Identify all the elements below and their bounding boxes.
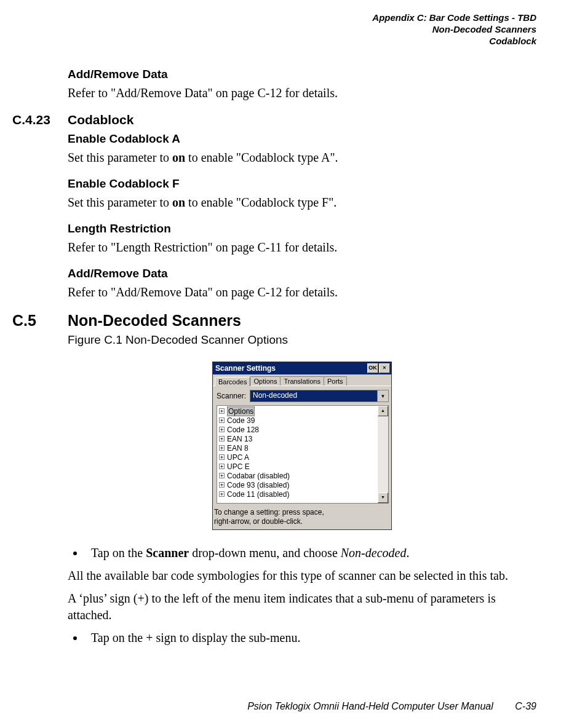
heading-length-restriction: Length Restriction xyxy=(68,222,536,235)
text-bold-on: on xyxy=(172,151,185,164)
text-italic-nondecoded: Non-decoded xyxy=(341,546,407,560)
footer-manual-title: Psion Teklogix Omnii Hand-Held Computer … xyxy=(247,701,493,711)
tree-label: Code 11 (disabled) xyxy=(227,490,289,499)
tree-label: Code 128 xyxy=(227,425,259,434)
hint-text: To change a setting: press space, right-… xyxy=(213,506,391,529)
text-add-remove-data: Refer to "Add/Remove Data" on page C-12 … xyxy=(68,284,536,301)
text-bold-scanner: Scanner xyxy=(146,546,189,560)
list-item: Tap on the Scanner drop-down menu, and c… xyxy=(85,545,536,561)
tree-label: Options xyxy=(227,406,255,416)
running-header: Appendix C: Bar Code Settings - TBD Non-… xyxy=(12,12,536,47)
text-enable-codablock-f: Set this parameter to on to enable "Coda… xyxy=(68,194,536,211)
scanner-row: Scanner: Non-decoded ▼ xyxy=(217,390,389,402)
tree-item-code11[interactable]: +Code 11 (disabled) xyxy=(217,489,378,499)
tree-label: UPC A xyxy=(227,453,249,462)
tree-view: +Options +Code 39 +Code 128 +EAN 13 +EAN… xyxy=(217,405,389,504)
ok-button[interactable]: OK xyxy=(367,363,378,373)
content-area: Add/Remove Data Refer to "Add/Remove Dat… xyxy=(68,68,536,646)
section-c-4-23: C.4.23 Codablock xyxy=(12,113,536,127)
scroll-track[interactable] xyxy=(378,416,388,493)
tree-item-code39[interactable]: +Code 39 xyxy=(217,416,378,425)
header-line-2: Non-Decoded Scanners xyxy=(12,24,536,36)
expand-icon[interactable]: + xyxy=(219,436,225,441)
footer-page-number: C-39 xyxy=(515,701,536,711)
page: Appendix C: Bar Code Settings - TBD Non-… xyxy=(0,0,561,728)
expand-icon[interactable]: + xyxy=(219,491,225,497)
expand-icon[interactable]: + xyxy=(219,427,225,432)
titlebar: Scanner Settings OK × xyxy=(213,362,391,374)
screenshot-scanner-settings: Scanner Settings OK × Barcodes Options T… xyxy=(212,362,392,530)
text-fragment: . xyxy=(406,546,409,560)
expand-icon[interactable]: + xyxy=(219,482,225,488)
expand-icon[interactable]: + xyxy=(219,445,225,451)
tree-item-codabar[interactable]: +Codabar (disabled) xyxy=(217,471,378,480)
section-title: Codablock xyxy=(68,113,133,127)
expand-icon[interactable]: + xyxy=(219,473,225,478)
text-add-remove-top: Refer to "Add/Remove Data" on page C-12 … xyxy=(68,85,536,101)
text-bold-on: on xyxy=(172,196,185,209)
list-item: Tap on the + sign to display the sub-men… xyxy=(85,630,536,646)
scrollbar[interactable]: ▲ ▼ xyxy=(378,406,388,503)
text-fragment: Set this parameter to xyxy=(68,196,172,209)
heading-add-remove-data: Add/Remove Data xyxy=(68,267,536,280)
expand-icon[interactable]: + xyxy=(219,417,225,423)
heading-add-remove-top: Add/Remove Data xyxy=(68,68,536,81)
text-fragment: Set this parameter to xyxy=(68,151,172,164)
text-plus-sign: A ‘plus’ sign (+) to the left of the men… xyxy=(68,590,536,623)
hint-line-2: right-arrow, or double-click. xyxy=(214,517,303,526)
scroll-down-icon[interactable]: ▼ xyxy=(378,493,388,503)
scanner-selected-value: Non-decoded xyxy=(250,390,377,402)
tab-ports[interactable]: Ports xyxy=(324,376,347,386)
chevron-down-icon[interactable]: ▼ xyxy=(377,390,388,402)
tree-item-code93[interactable]: +Code 93 (disabled) xyxy=(217,480,378,489)
header-line-3: Codablock xyxy=(12,36,536,47)
header-line-1: Appendix C: Bar Code Settings - TBD xyxy=(12,12,536,24)
text-fragment: drop-down menu, and choose xyxy=(189,546,341,560)
heading-enable-codablock-a: Enable Codablock A xyxy=(68,132,536,146)
bullet-list-1: Tap on the Scanner drop-down menu, and c… xyxy=(68,545,536,561)
figure-caption: Figure C.1 Non-Decoded Scanner Options xyxy=(68,333,536,347)
tree-label: EAN 8 xyxy=(227,444,249,453)
expand-icon[interactable]: + xyxy=(219,454,225,460)
window-title: Scanner Settings xyxy=(215,364,367,373)
text-fragment: to enable "Codablock type A". xyxy=(185,151,338,164)
tree-list[interactable]: +Options +Code 39 +Code 128 +EAN 13 +EAN… xyxy=(217,406,378,503)
bullet-list-2: Tap on the + sign to display the sub-men… xyxy=(68,630,536,646)
close-button[interactable]: × xyxy=(379,363,390,373)
tab-strip: Barcodes Options Translations Ports xyxy=(213,374,391,386)
text-enable-codablock-a: Set this parameter to on to enable "Coda… xyxy=(68,149,536,166)
tree-item-code128[interactable]: +Code 128 xyxy=(217,425,378,434)
section-number: C.5 xyxy=(12,312,68,330)
tree-label: Code 39 xyxy=(227,416,255,425)
text-length-restriction: Refer to "Length Restriction" on page C-… xyxy=(68,239,536,256)
tab-body: Scanner: Non-decoded ▼ +Options +Code 39… xyxy=(213,386,391,506)
section-c-5: C.5 Non-Decoded Scanners xyxy=(12,312,536,330)
tree-label: Code 93 (disabled) xyxy=(227,481,289,489)
tree-item-options[interactable]: +Options xyxy=(217,406,378,416)
tab-translations[interactable]: Translations xyxy=(280,376,324,386)
tree-item-upce[interactable]: +UPC E xyxy=(217,462,378,471)
tab-barcodes[interactable]: Barcodes xyxy=(215,377,250,386)
scroll-up-icon[interactable]: ▲ xyxy=(378,406,388,416)
tree-item-upca[interactable]: +UPC A xyxy=(217,453,378,462)
tree-label: EAN 13 xyxy=(227,435,252,443)
scanner-label: Scanner: xyxy=(217,392,246,400)
hint-line-1: To change a setting: press space, xyxy=(214,508,324,516)
tree-item-ean13[interactable]: +EAN 13 xyxy=(217,434,378,443)
section-title: Non-Decoded Scanners xyxy=(68,312,241,330)
expand-icon[interactable]: + xyxy=(219,464,225,469)
text-fragment: Tap on the xyxy=(91,546,146,560)
tab-options[interactable]: Options xyxy=(250,376,280,386)
text-fragment: to enable "Codablock type F". xyxy=(185,196,336,209)
expand-icon[interactable]: + xyxy=(219,408,225,414)
scanner-dropdown[interactable]: Non-decoded ▼ xyxy=(250,390,389,402)
heading-enable-codablock-f: Enable Codablock F xyxy=(68,177,536,191)
footer: Psion Teklogix Omnii Hand-Held Computer … xyxy=(247,701,536,712)
tree-item-ean8[interactable]: +EAN 8 xyxy=(217,443,378,453)
section-number: C.4.23 xyxy=(12,113,68,127)
tree-label: UPC E xyxy=(227,462,250,471)
text-symbologies: All the available bar code symbologies f… xyxy=(68,568,536,584)
tree-label: Codabar (disabled) xyxy=(227,472,290,480)
